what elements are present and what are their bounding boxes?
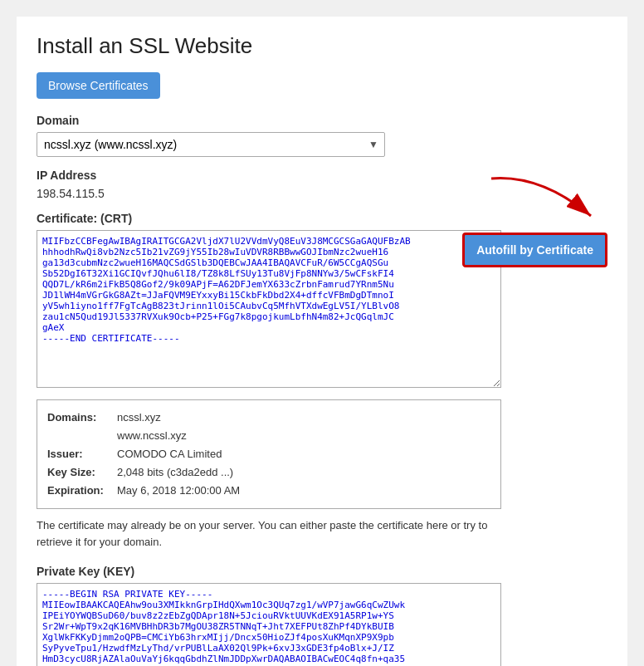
key-label: Private Key (KEY) <box>37 565 607 578</box>
domain-select-wrapper: ncssl.xyz (www.ncssl.xyz) ▼ <box>37 132 385 157</box>
page-title: Install an SSL Website <box>37 33 607 59</box>
domain2-value: www.ncssl.xyz <box>117 429 187 442</box>
key-section: Private Key (KEY) <box>37 565 607 666</box>
issuer-label: Issuer: <box>47 445 114 463</box>
domain1-value: ncssl.xyz <box>117 411 161 424</box>
cert-note: The certificate may already be on your s… <box>37 517 501 550</box>
cert-info-domains-row: Domains: ncssl.xyz www.ncssl.xyz <box>47 409 490 445</box>
cert-info-expiration-row: Expiration: May 6, 2018 12:00:00 AM <box>47 482 490 500</box>
ip-label: IP Address <box>37 169 607 182</box>
cert-textarea[interactable] <box>37 230 501 388</box>
page-container: Install an SSL Website Browse Certificat… <box>17 17 627 666</box>
key-textarea[interactable] <box>37 583 501 666</box>
domain-section: Domain ncssl.xyz (www.ncssl.xyz) ▼ <box>37 114 607 157</box>
domains-value: ncssl.xyz www.ncssl.xyz <box>117 409 187 445</box>
browse-certificates-button[interactable]: Browse Certificates <box>37 72 160 99</box>
expiration-value: May 6, 2018 12:00:00 AM <box>117 482 240 500</box>
keysize-label: Key Size: <box>47 463 114 482</box>
cert-info-issuer-row: Issuer: COMODO CA Limited <box>47 445 490 463</box>
cert-info-keysize-row: Key Size: 2,048 bits (c3da2edd ...) <box>47 463 490 482</box>
autofill-by-certificate-button[interactable]: Autofill by Certificate <box>462 233 607 267</box>
cert-info-box: Domains: ncssl.xyz www.ncssl.xyz Issuer:… <box>37 399 501 509</box>
domain-select[interactable]: ncssl.xyz (www.ncssl.xyz) <box>37 132 385 157</box>
issuer-value: COMODO CA Limited <box>117 445 222 463</box>
domain-label: Domain <box>37 114 607 127</box>
keysize-value: 2,048 bits (c3da2edd ...) <box>117 463 233 482</box>
ip-section: IP Address 198.54.115.5 <box>37 169 607 200</box>
ip-value: 198.54.115.5 <box>37 187 607 200</box>
cert-label: Certificate: (CRT) <box>37 212 607 225</box>
expiration-label: Expiration: <box>47 482 114 500</box>
domains-label: Domains: <box>47 409 114 445</box>
